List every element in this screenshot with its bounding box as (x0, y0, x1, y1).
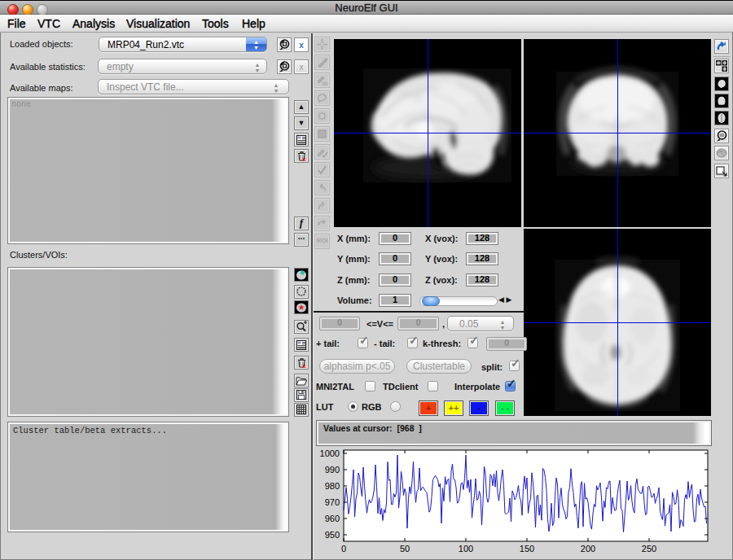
svg-text:x: x (302, 362, 306, 369)
svg-text:x: x (302, 155, 306, 162)
svg-text:3D: 3D (322, 81, 328, 86)
